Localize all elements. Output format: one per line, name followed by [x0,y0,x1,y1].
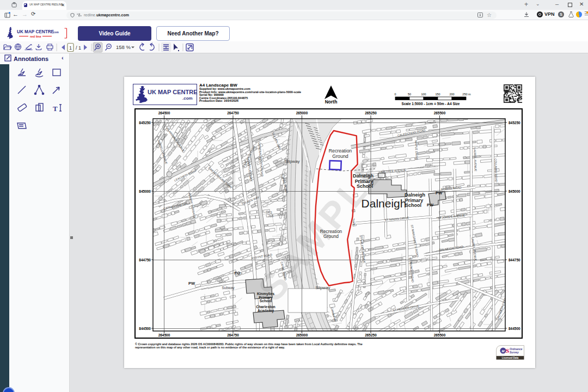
svg-text:Slipway: Slipway [285,159,300,164]
svg-text:265000: 265000 [296,111,308,115]
svg-text:265000: 265000 [296,333,308,337]
svg-text:265250: 265250 [365,111,377,115]
svg-text:844500: 844500 [139,327,151,330]
svg-text:Primary: Primary [405,198,424,203]
svg-text:845000: 845000 [509,189,520,193]
svg-text:844750: 844750 [139,258,151,262]
svg-text:School: School [405,203,421,208]
svg-text:264750: 264750 [227,333,239,337]
svg-text:Recreation: Recreation [329,148,352,154]
svg-text:Dalneigh: Dalneigh [405,192,425,198]
svg-text:S: S [506,347,509,354]
svg-text:T: T [53,105,58,113]
svg-text:PW: PW [188,281,195,286]
svg-text:50: 50 [408,93,411,96]
svg-text:Jss: Jss [268,214,274,218]
svg-text:265250: 265250 [365,333,377,337]
svg-text:.com: .com [53,31,59,34]
svg-text:Dalneigh: Dalneigh [362,197,407,210]
svg-text:1: 1 [69,45,72,51]
svg-text:Academy: Academy [258,309,274,313]
svg-text:PO: PO [235,271,241,275]
svg-text:265500: 265500 [434,333,446,337]
svg-text:Subway: Subway [222,286,235,290]
svg-text:845250: 845250 [509,121,520,125]
svg-text:Licensed Data: Licensed Data [502,357,519,359]
svg-text:School: School [260,299,272,303]
svg-text:School: School [357,183,373,189]
svg-text:844750: 844750 [509,258,520,262]
svg-text:100: 100 [421,93,426,96]
svg-text:264500: 264500 [158,333,170,337]
svg-text:265500: 265500 [434,111,446,115]
svg-text:Dalneigh: Dalneigh [353,173,373,179]
svg-text:PW: PW [436,191,443,195]
svg-text:red line: red line [30,35,41,38]
svg-text:200: 200 [449,93,454,96]
svg-text:264500: 264500 [158,111,170,115]
svg-text:North: North [325,99,338,105]
svg-text:Ground: Ground [332,154,348,159]
svg-text:Primary: Primary [355,179,373,184]
svg-text:Slipway: Slipway [316,285,330,290]
svg-text:264750: 264750 [227,111,239,115]
svg-text:150: 150 [435,93,440,96]
svg-text:PW: PW [427,203,434,207]
svg-text:0: 0 [394,93,396,96]
svg-text:845250: 845250 [139,121,151,125]
svg-text:845000: 845000 [139,189,151,193]
svg-text:UK MAP CENTRE: UK MAP CENTRE [17,29,54,34]
svg-text:MAPLE DRIVE: MAPLE DRIVE [414,140,418,161]
svg-text:250 m: 250 m [462,93,471,96]
svg-text:Scale 1:5000 - 1cm = 50m - A4: Scale 1:5000 - 1cm = 50m - A4 Size [402,102,460,106]
svg-text:844500: 844500 [509,327,520,330]
svg-text:Survey: Survey [510,351,519,354]
svg-text:Ground: Ground [323,234,339,239]
svg-text:/ 1: / 1 [76,45,81,51]
svg-text:158 %: 158 % [116,44,131,50]
svg-text:Sks: Sks [266,210,272,214]
